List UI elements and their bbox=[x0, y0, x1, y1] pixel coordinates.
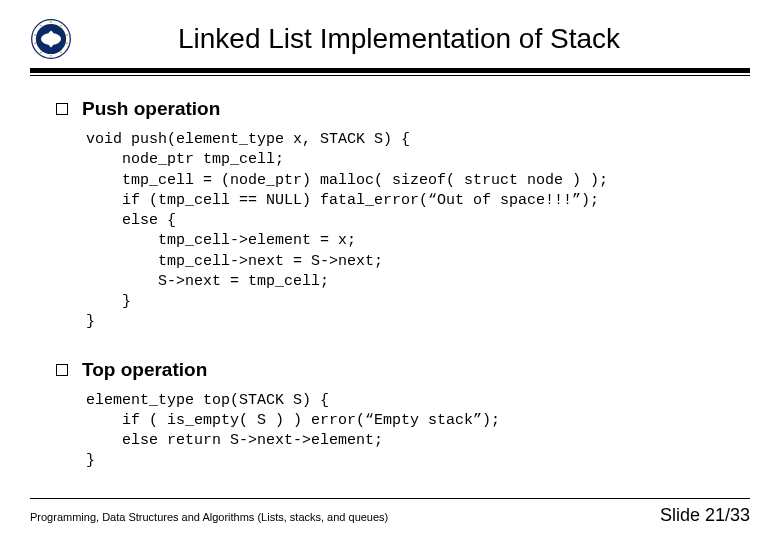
svg-point-7 bbox=[50, 55, 52, 57]
svg-point-10 bbox=[34, 34, 36, 36]
svg-point-2 bbox=[50, 21, 52, 23]
bullet-square-icon bbox=[56, 364, 68, 376]
slide-header: Linked List Implementation of Stack bbox=[30, 0, 750, 68]
section-top: Top operation element_type top(STACK S) … bbox=[30, 359, 750, 472]
footer-row: Programming, Data Structures and Algorit… bbox=[30, 505, 750, 526]
svg-point-5 bbox=[66, 42, 68, 44]
svg-point-8 bbox=[40, 52, 42, 54]
svg-point-4 bbox=[66, 34, 68, 36]
svg-point-3 bbox=[60, 25, 62, 27]
divider-thick bbox=[30, 68, 750, 73]
slide-title: Linked List Implementation of Stack bbox=[78, 23, 750, 55]
footer-rule bbox=[30, 498, 750, 499]
footer-course-text: Programming, Data Structures and Algorit… bbox=[30, 511, 388, 523]
code-block-top: element_type top(STACK S) { if ( is_empt… bbox=[30, 391, 750, 472]
svg-point-11 bbox=[40, 25, 42, 27]
bullet-square-icon bbox=[56, 103, 68, 115]
svg-point-9 bbox=[34, 42, 36, 44]
section-title-top: Top operation bbox=[82, 359, 207, 381]
footer-slide-number: Slide 21/33 bbox=[660, 505, 750, 526]
slide-footer: Programming, Data Structures and Algorit… bbox=[30, 498, 750, 526]
section-head-push: Push operation bbox=[30, 98, 750, 120]
section-push: Push operation void push(element_type x,… bbox=[30, 98, 750, 333]
svg-point-6 bbox=[60, 52, 62, 54]
section-head-top: Top operation bbox=[30, 359, 750, 381]
code-block-push: void push(element_type x, STACK S) { nod… bbox=[30, 130, 750, 333]
slide: Linked List Implementation of Stack Push… bbox=[0, 0, 780, 540]
seal-logo-icon bbox=[30, 18, 72, 60]
section-title-push: Push operation bbox=[82, 98, 220, 120]
slide-content: Push operation void push(element_type x,… bbox=[30, 76, 750, 472]
